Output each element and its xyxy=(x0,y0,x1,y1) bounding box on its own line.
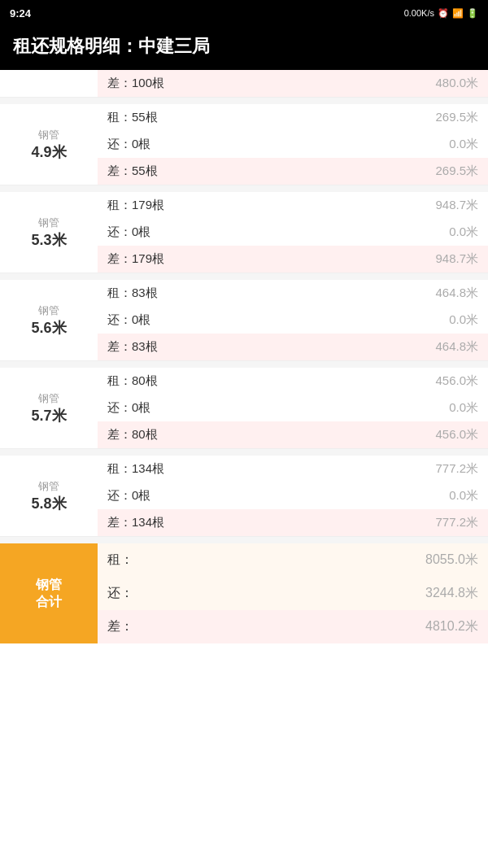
items-list: 钢管4.9米租：55根269.5米还：0根0.0米差：55根269.5米钢管5.… xyxy=(0,98,488,537)
detail-label: 还：0根 xyxy=(107,312,197,328)
item-right-cell: 租：83根464.8米还：0根0.0米差：83根464.8米 xyxy=(98,280,488,361)
summary-detail-length: 3244.8米 xyxy=(197,585,478,602)
item-size: 5.6米 xyxy=(5,318,93,338)
top-diff-row: 差：100根 480.0米 xyxy=(98,70,488,97)
item-left-cell: 钢管5.8米 xyxy=(0,456,98,537)
item-right-cell: 租：80根456.0米还：0根0.0米差：80根456.0米 xyxy=(98,368,488,449)
detail-row: 还：0根0.0米 xyxy=(98,131,488,158)
summary-detail-label: 还： xyxy=(107,585,197,602)
detail-label: 租：55根 xyxy=(107,110,197,125)
detail-row: 差：80根456.0米 xyxy=(98,421,488,448)
detail-row: 差：134根777.2米 xyxy=(98,509,488,536)
detail-row: 租：80根456.0米 xyxy=(98,368,488,395)
detail-label: 租：83根 xyxy=(107,286,197,301)
item-row: 钢管5.7米租：80根456.0米还：0根0.0米差：80根456.0米 xyxy=(0,368,488,449)
item-left-cell: 钢管5.7米 xyxy=(0,368,98,449)
detail-label: 差：55根 xyxy=(107,164,197,179)
detail-length: 269.5米 xyxy=(197,164,478,179)
item-left-cell: 钢管5.6米 xyxy=(0,280,98,361)
detail-label: 租：179根 xyxy=(107,198,197,213)
item-group-2: 钢管5.6米租：83根464.8米还：0根0.0米差：83根464.8米 xyxy=(0,280,488,361)
item-size: 4.9米 xyxy=(5,142,93,162)
detail-row: 租：55根269.5米 xyxy=(98,104,488,131)
item-row: 钢管5.3米租：179根948.7米还：0根0.0米差：179根948.7米 xyxy=(0,192,488,273)
summary-table: 钢管合计租：8055.0米还：3244.8米差：4810.2米 xyxy=(0,543,488,643)
detail-label: 差：134根 xyxy=(107,515,197,530)
item-right-cell: 租：179根948.7米还：0根0.0米差：179根948.7米 xyxy=(98,192,488,273)
alarm-icon: ⏰ xyxy=(438,8,449,19)
item-right-cell: 租：134根777.2米还：0根0.0米差：134根777.2米 xyxy=(98,456,488,537)
summary-left-cell: 钢管合计 xyxy=(0,543,98,643)
detail-row: 差：55根269.5米 xyxy=(98,158,488,185)
detail-length: 0.0米 xyxy=(197,225,478,240)
detail-length: 0.0米 xyxy=(197,137,478,152)
battery-icon: 🔋 xyxy=(467,8,478,19)
item-group-1: 钢管5.3米租：179根948.7米还：0根0.0米差：179根948.7米 xyxy=(0,192,488,273)
detail-length: 456.0米 xyxy=(197,427,478,443)
detail-label: 还：0根 xyxy=(107,137,197,152)
detail-length: 948.7米 xyxy=(197,198,478,213)
detail-label: 租：80根 xyxy=(107,373,197,389)
summary-detail-row: 差：4810.2米 xyxy=(98,610,488,643)
detail-length: 456.0米 xyxy=(197,373,478,389)
detail-length: 777.2米 xyxy=(197,461,478,477)
detail-label: 租：134根 xyxy=(107,461,197,477)
signal-icon: 📶 xyxy=(452,8,464,19)
item-size: 5.3米 xyxy=(5,230,93,250)
detail-label: 差：80根 xyxy=(107,427,197,443)
detail-row: 还：0根0.0米 xyxy=(98,395,488,421)
status-right: 0.00K/s ⏰ 📶 🔋 xyxy=(404,8,478,19)
top-diff-length: 480.0米 xyxy=(197,76,478,91)
detail-length: 269.5米 xyxy=(197,110,478,125)
item-size: 5.7米 xyxy=(5,406,93,425)
detail-row: 差：83根464.8米 xyxy=(98,334,488,360)
detail-length: 0.0米 xyxy=(197,488,478,504)
item-row: 钢管5.6米租：83根464.8米还：0根0.0米差：83根464.8米 xyxy=(0,280,488,361)
item-type: 钢管 xyxy=(5,479,93,494)
item-row: 钢管5.8米租：134根777.2米还：0根0.0米差：134根777.2米 xyxy=(0,456,488,537)
summary-label: 合计 xyxy=(5,594,93,611)
item-type: 钢管 xyxy=(5,391,93,406)
item-type: 钢管 xyxy=(5,128,93,142)
detail-length: 948.7米 xyxy=(197,251,478,267)
page-title: 租还规格明细：中建三局 xyxy=(13,36,210,56)
status-time: 9:24 xyxy=(10,7,31,20)
item-group-4: 钢管5.8米租：134根777.2米还：0根0.0米差：134根777.2米 xyxy=(0,456,488,537)
summary-detail-label: 租： xyxy=(107,552,197,569)
detail-row: 还：0根0.0米 xyxy=(98,482,488,509)
detail-row: 租：134根777.2米 xyxy=(98,456,488,482)
detail-length: 0.0米 xyxy=(197,400,478,416)
summary-detail-row: 租：8055.0米 xyxy=(98,543,488,577)
detail-row: 租：83根464.8米 xyxy=(98,280,488,307)
summary-item-row: 钢管合计租：8055.0米还：3244.8米差：4810.2米 xyxy=(0,543,488,643)
detail-label: 差：83根 xyxy=(107,339,197,355)
item-left-cell: 钢管5.3米 xyxy=(0,192,98,273)
detail-label: 还：0根 xyxy=(107,225,197,240)
top-diff-label: 差：100根 xyxy=(107,76,197,91)
detail-length: 464.8米 xyxy=(197,339,478,355)
network-speed: 0.00K/s xyxy=(404,8,434,18)
summary-right-cell: 租：8055.0米还：3244.8米差：4810.2米 xyxy=(98,543,488,643)
summary-detail-length: 8055.0米 xyxy=(197,552,478,569)
item-group-0: 钢管4.9米租：55根269.5米还：0根0.0米差：55根269.5米 xyxy=(0,104,488,185)
item-group-3: 钢管5.7米租：80根456.0米还：0根0.0米差：80根456.0米 xyxy=(0,368,488,449)
detail-row: 还：0根0.0米 xyxy=(98,307,488,334)
summary-row: 钢管合计租：8055.0米还：3244.8米差：4810.2米 xyxy=(0,537,488,643)
summary-detail-row: 还：3244.8米 xyxy=(98,577,488,610)
item-left-cell: 钢管4.9米 xyxy=(0,104,98,185)
detail-length: 777.2米 xyxy=(197,515,478,530)
detail-length: 464.8米 xyxy=(197,286,478,301)
summary-detail-length: 4810.2米 xyxy=(197,618,478,635)
item-row: 钢管4.9米租：55根269.5米还：0根0.0米差：55根269.5米 xyxy=(0,104,488,185)
status-bar: 9:24 0.00K/s ⏰ 📶 🔋 xyxy=(0,0,488,26)
detail-label: 还：0根 xyxy=(107,488,197,504)
detail-row: 还：0根0.0米 xyxy=(98,219,488,246)
item-type: 钢管 xyxy=(5,303,93,318)
item-type: 钢管 xyxy=(5,216,93,230)
detail-row: 差：179根948.7米 xyxy=(98,246,488,273)
page-header: 租还规格明细：中建三局 xyxy=(0,26,488,70)
detail-label: 还：0根 xyxy=(107,400,197,416)
detail-row: 租：179根948.7米 xyxy=(98,192,488,219)
summary-detail-label: 差： xyxy=(107,618,197,635)
partial-top-row: 差：100根 480.0米 xyxy=(0,70,488,98)
